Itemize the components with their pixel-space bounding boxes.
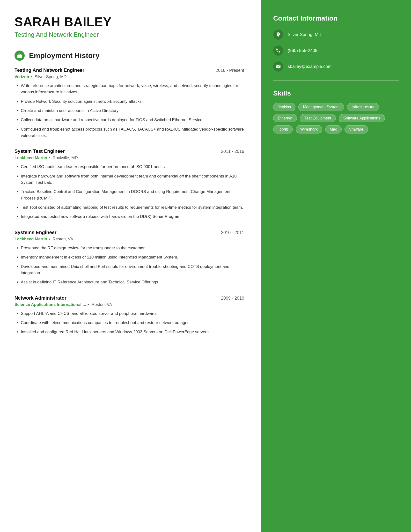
email-icon (273, 61, 283, 72)
list-item: Write reference architectures and strate… (21, 83, 244, 95)
main-content: SARAH BAILEY Testing And Network Enginee… (0, 0, 261, 532)
job-bullets-list: Certified ISO audit team leader responsi… (15, 164, 244, 220)
job-block: Network Administrator2009 - 2010Science … (15, 295, 244, 335)
company-name: Science Applications International ... (15, 302, 86, 307)
job-location: Silver Spring, MD (33, 75, 66, 79)
contact-item: Silver Spring, MD (273, 29, 399, 40)
skill-badge: Tcp/Ip (273, 125, 293, 133)
company-name: Verizon (15, 75, 29, 79)
list-item: Certified ISO audit team leader responsi… (21, 164, 244, 170)
job-header: System Test Engineer2011 - 2016 (15, 149, 244, 154)
skill-badge: Software Applications (339, 114, 385, 122)
contact-value: sbailey@example.com (288, 64, 331, 69)
sidebar-divider (273, 80, 399, 81)
skill-badge: Management System (298, 103, 344, 111)
bullet-separator: • (30, 75, 32, 79)
list-item: Integrate hardware and software from bot… (21, 173, 244, 186)
list-item: Provide Network Security solution agains… (21, 98, 244, 105)
list-item: Create and maintain user accounts in Act… (21, 108, 244, 114)
bullet-separator: • (87, 302, 89, 307)
contact-item: (960) 555-2409 (273, 46, 399, 56)
job-block: Systems Engineer2010 - 2011Lockheed Mart… (15, 230, 244, 285)
candidate-title: Testing And Network Engineer (15, 31, 244, 38)
skills-section-title: Skills (273, 89, 399, 97)
skill-badge: Infrastructure (347, 103, 379, 111)
contact-item: sbailey@example.com (273, 61, 399, 72)
job-location: Rockville, MD (51, 155, 78, 160)
job-dates: 2009 - 2010 (221, 296, 244, 301)
contact-items: Silver Spring, MD(960) 555-2409sbailey@e… (273, 29, 399, 72)
skill-badge: Ethernet (273, 114, 297, 122)
list-item: Presented the RF design review for the t… (21, 245, 244, 251)
jobs-container: Testing And Network Engineer2016 - Prese… (15, 67, 244, 335)
candidate-name: SARAH BAILEY (15, 15, 244, 29)
job-bullets-list: Write reference architectures and strate… (15, 83, 244, 139)
job-header: Systems Engineer2010 - 2011 (15, 230, 244, 235)
list-item: Configured and troubleshot access protoc… (21, 126, 244, 139)
list-item: Support AHLTA and CHCS, and all related … (21, 311, 244, 317)
job-dates: 2011 - 2016 (221, 149, 244, 154)
list-item: Tracked Baseline Control and Configurati… (21, 189, 244, 201)
job-block: System Test Engineer2011 - 2016Lockheed … (15, 149, 244, 220)
list-item: Inventory management in excess of $10 mi… (21, 254, 244, 260)
job-company: Science Applications International ...• … (15, 302, 244, 307)
contact-section-title: Contact Information (273, 15, 399, 22)
employment-icon (15, 50, 25, 61)
job-block: Testing And Network Engineer2016 - Prese… (15, 67, 244, 139)
job-company: Verizon• Silver Spring, MD (15, 75, 244, 79)
list-item: Installed and configured Red Hat Linux s… (21, 329, 244, 335)
sidebar: Contact Information Silver Spring, MD(96… (261, 0, 411, 532)
briefcase-svg (17, 53, 22, 58)
job-bullets-list: Support AHLTA and CHCS, and all related … (15, 311, 244, 335)
list-item: Developed and maintained Unix shell and … (21, 264, 244, 276)
job-title: Systems Engineer (15, 230, 56, 235)
job-header: Network Administrator2009 - 2010 (15, 295, 244, 301)
list-item: Coordinate with telecommunications compa… (21, 320, 244, 326)
company-name: Lockheed Martin (15, 237, 47, 241)
job-company: Lockheed Martin• Reston, VA (15, 237, 244, 242)
skill-badge: Test Equipment (300, 114, 336, 122)
skill-badge: Mac (325, 125, 342, 133)
bullet-separator: • (49, 155, 50, 160)
contact-value: Silver Spring, MD (288, 32, 322, 37)
job-company: Lockheed Martin• Rockville, MD (15, 155, 244, 160)
job-dates: 2016 - Present (216, 68, 244, 73)
list-item: Assist in defining IT Reference Architec… (21, 279, 244, 285)
job-bullets-list: Presented the RF design review for the t… (15, 245, 244, 285)
job-location: Reston, VA (90, 302, 112, 307)
skill-badge: Jenkins (273, 103, 295, 111)
bullet-separator: • (49, 237, 50, 241)
list-item: Collect data on all hardware and respect… (21, 117, 244, 123)
skills-wrap: JenkinsManagement SystemInfrastructureEt… (273, 103, 399, 133)
contact-value: (960) 555-2409 (288, 48, 318, 53)
job-dates: 2010 - 2011 (221, 230, 244, 235)
job-location: Reston, VA (51, 237, 73, 241)
phone-icon (273, 46, 283, 56)
skill-badge: Vmware (345, 125, 368, 133)
list-item: Integrated and tested new software relea… (21, 214, 244, 220)
employment-title: Employment History (29, 51, 100, 60)
company-name: Lockheed Martin (15, 155, 47, 160)
list-item: Test Tool consisted of automating mappin… (21, 204, 244, 211)
employment-section-header: Employment History (15, 50, 244, 61)
job-header: Testing And Network Engineer2016 - Prese… (15, 67, 244, 73)
location-icon (273, 29, 283, 40)
job-title: Testing And Network Engineer (15, 67, 84, 73)
skill-badge: Wireshark (296, 125, 322, 133)
job-title: System Test Engineer (15, 149, 65, 154)
job-title: Network Administrator (15, 295, 66, 301)
